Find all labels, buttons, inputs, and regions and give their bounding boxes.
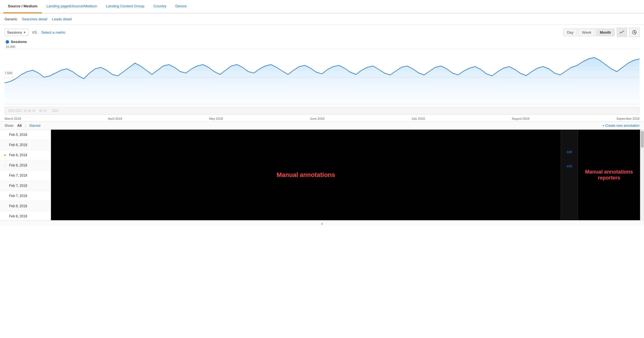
date-value: Feb 6, 2018 [9,153,27,157]
toolbar-right: Day Week Month [563,28,639,37]
top-nav: Source / Medium Landing page&Source/Medi… [0,0,644,14]
date-value: Feb 8, 2018 [9,214,27,218]
bottom-resize-bar[interactable]: ▲ [0,220,644,226]
scroll-thumb[interactable] [641,131,644,148]
date-row: ☆ Feb 6, 2018 [0,140,51,150]
svg-rect-10 [28,110,31,112]
metric-dropdown[interactable]: Sessions ▼ [5,29,29,36]
date-row: ☆ Feb 7, 2018 [0,191,51,201]
svg-rect-11 [33,110,35,112]
chart-container: Sessions 15,000 7,500 [0,40,644,121]
svg-rect-8 [16,110,21,112]
tab-country[interactable]: Country [149,0,171,13]
line-chart-button[interactable] [617,28,627,37]
chart-legend: Sessions [5,40,639,44]
day-button[interactable]: Day [563,29,577,36]
tab-source-medium[interactable]: Source / Medium [3,0,42,13]
month-button[interactable]: Month [596,29,615,36]
sessions-chart [5,49,639,106]
annotations-main-area: Manual annotations [51,130,561,220]
week-button[interactable]: Week [578,29,595,36]
x-axis-labels: March 2018 April 2018 May 2018 June 2018… [5,116,639,121]
svg-point-3 [634,32,635,33]
edit-links-column: edit edit [561,130,578,220]
vertical-scrollbar[interactable] [640,130,644,220]
date-row: ☆ Feb 7, 2018 [0,181,51,191]
svg-rect-13 [44,110,46,112]
svg-rect-7 [8,110,14,112]
select-metric-link[interactable]: Select a metric [41,30,66,35]
chart-svg-wrapper [5,49,639,106]
date-value: Feb 8, 2018 [9,204,27,208]
subnav-searches[interactable]: Searches detail [22,17,48,21]
star-empty-icon[interactable]: ☆ [3,163,7,167]
tab-landing-content[interactable]: Landing Content Group [102,0,149,13]
show-filter: Show: All | Starred [5,123,40,128]
date-value: Feb 6, 2018 [9,143,27,147]
pie-chart-icon [632,30,637,35]
edit-link-2[interactable]: edit [561,164,578,168]
metric-label: Sessions [7,30,22,35]
date-value: Feb 6, 2018 [9,163,27,167]
date-row: ☆ Feb 7, 2018 [0,170,51,181]
show-label: Show: [5,124,14,128]
annotations-table: ☆ Feb 5, 2018 ☆ Feb 6, 2018 ★ Feb 6, 201… [0,130,644,220]
create-annotation-link[interactable]: + Create new annotation [602,124,639,128]
subnav-generic[interactable]: Generic [5,17,18,21]
timeline-icons [7,108,637,114]
sub-nav: Generic Searches detail Leads detail [0,14,644,25]
subnav-leads[interactable]: Leads detail [52,17,72,21]
toolbar-left: Sessions ▼ VS. Select a metric [5,29,66,36]
dates-column: ☆ Feb 5, 2018 ☆ Feb 6, 2018 ★ Feb 6, 201… [0,130,51,220]
filter-all[interactable]: All [17,124,22,128]
date-row: ☆ Feb 5, 2018 [0,130,51,140]
chevron-down-icon: ▼ [23,31,26,34]
timeline-bar[interactable] [5,107,639,115]
tab-device[interactable]: Device [171,0,191,13]
reporters-text: Manual annotations reporters [578,164,640,185]
pie-chart-button[interactable] [629,28,639,37]
annotations-header: Show: All | Starred + Create new annotat… [0,121,644,130]
date-row: ☆ Feb 8, 2018 [0,211,51,220]
date-value: Feb 7, 2018 [9,184,27,188]
date-row: ☆ Feb 8, 2018 [0,201,51,211]
vs-label: VS. [32,30,38,35]
manual-annotations-text: Manual annotations [277,171,335,179]
date-value: Feb 7, 2018 [9,174,27,177]
legend-dot [6,40,9,44]
reporters-column: Manual annotations reporters [578,130,640,220]
toolbar: Sessions ▼ VS. Select a metric Day Week … [0,25,644,40]
separator: | [25,123,26,128]
date-row: ☆ Feb 6, 2018 [0,160,51,170]
filter-starred[interactable]: Starred [29,124,40,128]
svg-rect-12 [40,110,42,112]
legend-label: Sessions [11,40,27,44]
date-value: Feb 7, 2018 [9,194,27,198]
tab-landing-source[interactable]: Landing page&Source/Medium [42,0,102,13]
edit-link-1[interactable]: edit [561,150,578,154]
y-axis-label: 15,000 [5,45,639,48]
star-filled-icon[interactable]: ★ [3,153,7,157]
date-row: ★ Feb 6, 2018 [0,150,51,160]
date-value: Feb 5, 2018 [9,133,27,137]
resize-handle-icon: ▲ [320,221,324,225]
line-chart-icon [619,30,624,35]
svg-rect-14 [52,110,58,112]
svg-rect-9 [24,110,26,112]
y-axis-mid: 7,500 [5,71,12,75]
